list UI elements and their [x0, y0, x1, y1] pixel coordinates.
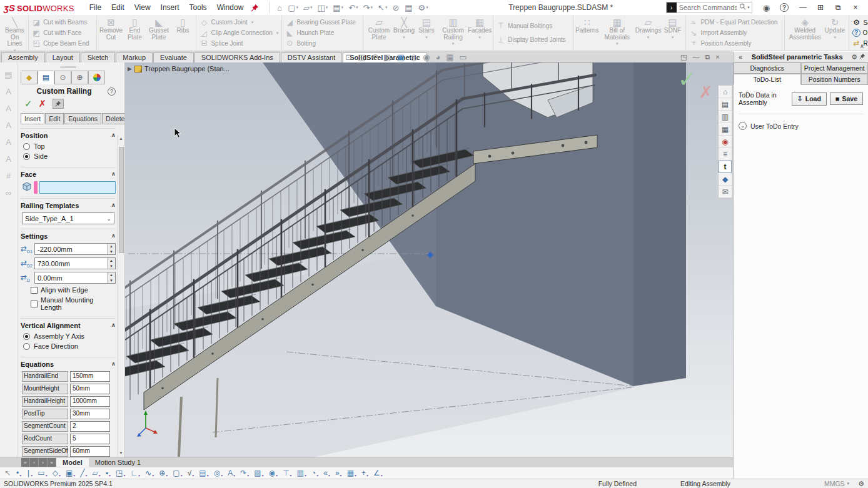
spinner-buttons[interactable]: ▲▼	[107, 258, 115, 269]
view-tool-icon[interactable]: ▦	[446, 52, 453, 62]
face-direction-option[interactable]: Face Direction	[23, 342, 116, 350]
cancel-button[interactable]: ✗	[39, 98, 47, 109]
ribbon-button[interactable]: ╲Beams On Lines▾	[3, 16, 26, 49]
ribbon-button[interactable]: ⊠Remove Cut	[99, 16, 124, 49]
equation-name-field[interactable]: RodCount	[22, 434, 68, 444]
window-control-button[interactable]: ×	[847, 2, 864, 13]
quick-tool-button[interactable]: ↷ ▾	[361, 2, 375, 14]
ribbon-button[interactable]: ▤SDNF▾	[661, 16, 684, 49]
ok-button[interactable]: ✓	[24, 98, 33, 109]
ribbon-button[interactable]: ▦Bill of Materials▾	[599, 16, 635, 49]
radio-face-direction[interactable]	[23, 343, 30, 350]
equation-value-field[interactable]: 150mm	[70, 371, 110, 382]
quick-tool-button[interactable]: ⊘	[390, 2, 402, 14]
menu-item[interactable]: Edit	[106, 1, 129, 14]
toolbar-tool-button[interactable]: ◳ ▾	[114, 469, 127, 477]
assembly-tree-item[interactable]: Treppen Baugruppe (Stan...	[144, 65, 230, 72]
menu-item[interactable]: Insert	[156, 1, 184, 14]
toolbar-tool-button[interactable]: ▤ ▾	[197, 469, 210, 477]
tab-scroll-button[interactable]: ‹	[30, 458, 39, 467]
save-button[interactable]: ■Save	[830, 92, 863, 105]
task-pane-tab-icon[interactable]: ▤	[719, 98, 732, 111]
assembly-y-axis-option[interactable]: Assembly Y Axis	[23, 332, 116, 340]
document-window-button[interactable]: ⧉	[705, 53, 710, 61]
command-tab[interactable]: Assembly	[1, 52, 45, 62]
annotation-tool-icon[interactable]: ∞	[3, 188, 15, 199]
ribbon-button[interactable]: ▦Facades▾	[468, 16, 491, 49]
ribbon-button[interactable]: ⚙Settings	[851, 18, 868, 27]
status-settings-icon[interactable]: ⚙	[858, 480, 864, 488]
view-tool-icon[interactable]: ⊡	[345, 52, 352, 62]
command-tab[interactable]: DSTV Assistant	[281, 52, 342, 62]
task-pane-tab-icon[interactable]: ⌂	[719, 86, 732, 98]
collapse-pane-button[interactable]: «	[736, 53, 745, 61]
toolbar-tool-button[interactable]: « ▾	[321, 469, 332, 477]
equation-value-field[interactable]: 5	[70, 434, 110, 444]
panel-help-icon[interactable]: ?	[108, 87, 116, 96]
units-dropdown-arrow[interactable]: ▾	[847, 481, 850, 486]
tab-scroll-button[interactable]: ›	[39, 458, 48, 467]
tab-diagnostics[interactable]: Diagnostics	[734, 62, 801, 74]
task-pane-tab-icon[interactable]: ◆	[719, 173, 732, 186]
task-pane-tab-icon[interactable]: ▥	[719, 111, 732, 123]
equation-value-field[interactable]: 30mm	[70, 409, 110, 419]
ribbon-button[interactable]: ◈Welded Assemblies	[787, 16, 823, 49]
equation-value-field[interactable]: 50mm	[70, 384, 110, 394]
ribbon-button[interactable]: ◢Bearing Gusset Plate	[284, 18, 361, 27]
window-control-button[interactable]: ⧉	[829, 2, 847, 13]
ribbon-button[interactable]: ▱Drawings▾	[635, 16, 662, 49]
railing-mode-tab[interactable]: Delete	[102, 113, 125, 124]
toolbar-tool-button[interactable]: » ▾	[333, 469, 344, 477]
scroll-down-arrow[interactable]: ▼	[119, 449, 123, 456]
tab-displaymanager[interactable]	[88, 71, 105, 84]
tab-scroll-button[interactable]: »	[48, 458, 56, 467]
model-tab[interactable]: Motion Study 1	[89, 458, 147, 467]
annotation-tool-icon[interactable]: A	[3, 87, 15, 98]
ribbon-button[interactable]: ◇Custom Joint▾	[198, 18, 280, 27]
ribbon-button[interactable]: ⊟Splice Joint	[198, 39, 280, 47]
quick-tool-button[interactable]: ↶ ▾	[346, 2, 360, 14]
ribbon-button[interactable]: ⊙Bolting	[284, 39, 361, 47]
ribbon-button[interactable]: ◿Clip Angle Connection▾	[198, 29, 280, 37]
tab-todo-list[interactable]: ToDo-List	[734, 74, 801, 85]
panel-scrollbar[interactable]: ▲ ▼	[117, 135, 124, 456]
radio-top[interactable]	[23, 143, 30, 150]
quick-tool-button[interactable]: ↖ ▾	[375, 2, 390, 14]
pin-menu-icon[interactable]	[251, 4, 259, 12]
annotation-tool-icon[interactable]: ▤	[3, 70, 15, 81]
radio-side[interactable]	[23, 153, 30, 160]
toolbar-tool-button[interactable]: ∣ ▾	[24, 469, 34, 477]
view-tool-icon[interactable]: ◕	[435, 52, 440, 62]
railing-mode-tab[interactable]: Equations	[64, 113, 101, 124]
checkbox-align-edge[interactable]	[31, 287, 38, 294]
tab-configurationmanager[interactable]: ⊙	[54, 71, 71, 84]
annotation-tool-icon[interactable]: A	[3, 137, 15, 149]
equation-name-field[interactable]: HandrailHeight	[22, 396, 68, 407]
ribbon-button[interactable]: ▯End Plate	[123, 16, 146, 49]
quick-tool-button[interactable]: ▤	[402, 2, 415, 14]
feature-tree-flyout[interactable]: ▶ Treppen Baugruppe (Stan...	[128, 65, 230, 72]
toolbar-tool-button[interactable]: ▭ ▾	[36, 469, 49, 477]
ribbon-button[interactable]: ⊤Manual Boltings	[495, 21, 571, 30]
ribbon-button[interactable]: ?Online Help	[851, 29, 868, 37]
toolbar-tool-button[interactable]: ⊕ ▾	[157, 469, 169, 477]
window-control-button[interactable]: —	[794, 2, 812, 13]
search-dropdown-arrow[interactable]: ▾	[747, 5, 752, 10]
view-tool-icon[interactable]: ◱	[358, 52, 365, 62]
search-commands-box[interactable]: › ▾	[666, 2, 752, 13]
spinner-buttons[interactable]: ▲▼	[107, 272, 115, 283]
offset-d2-field[interactable]: 730.00mm▲▼	[34, 257, 116, 269]
task-pane-tab-icon[interactable]: ▦	[719, 123, 732, 136]
view-tool-icon[interactable]: ▭	[460, 52, 467, 62]
command-tab[interactable]: Evaluate	[153, 52, 194, 62]
confirm-ok-watermark[interactable]: ✓	[678, 66, 697, 92]
toolbar-tool-button[interactable]: ▪ ▾	[104, 469, 113, 477]
quick-tool-button[interactable]: ◫ ▾	[315, 2, 331, 14]
tab-position-numbers[interactable]: Position Numbers	[801, 74, 868, 85]
command-tab[interactable]: Sketch	[81, 52, 116, 62]
graphics-viewport[interactable]: ▶ Treppen Baugruppe (Stan... ✓ ✗ ⌂ ▤ ▥ ▦…	[125, 62, 733, 457]
ribbon-button[interactable]: ◣Haunch Plate	[284, 29, 361, 37]
align-with-edge-option[interactable]: Align with Edge	[31, 286, 116, 294]
tab-featuremanager[interactable]: ◆	[21, 71, 38, 84]
ribbon-button[interactable]: ◪Cut with Beams	[31, 18, 94, 27]
